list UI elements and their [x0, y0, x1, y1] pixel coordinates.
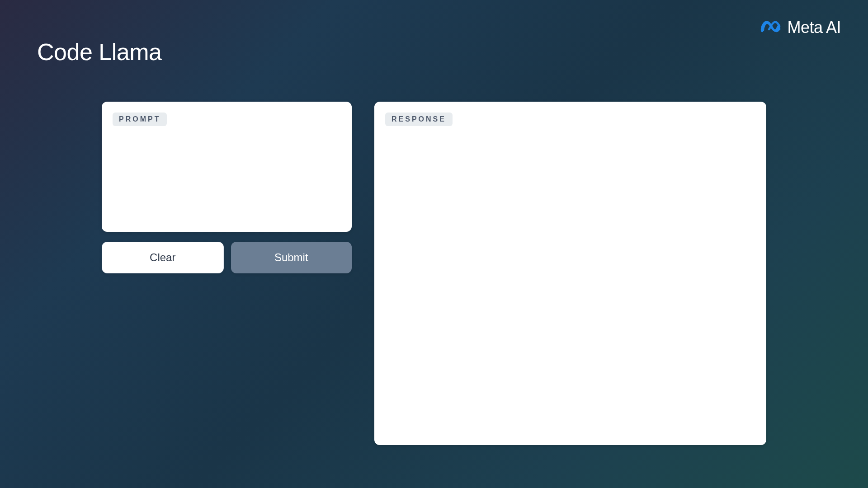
prompt-panel: PROMPT	[102, 102, 352, 232]
response-panel: RESPONSE	[374, 102, 766, 445]
page-title: Code Llama	[37, 38, 161, 66]
content-area: PROMPT Clear Submit RESPONSE	[102, 102, 766, 445]
meta-logo-icon	[760, 19, 782, 36]
left-column: PROMPT Clear Submit	[102, 102, 352, 445]
brand-name: Meta AI	[787, 18, 841, 37]
submit-button[interactable]: Submit	[231, 242, 352, 273]
prompt-label: PROMPT	[113, 113, 167, 126]
prompt-input[interactable]	[113, 131, 341, 222]
response-label: RESPONSE	[385, 113, 453, 126]
brand-logo: Meta AI	[760, 18, 841, 37]
clear-button[interactable]: Clear	[102, 242, 224, 273]
button-row: Clear Submit	[102, 242, 352, 273]
